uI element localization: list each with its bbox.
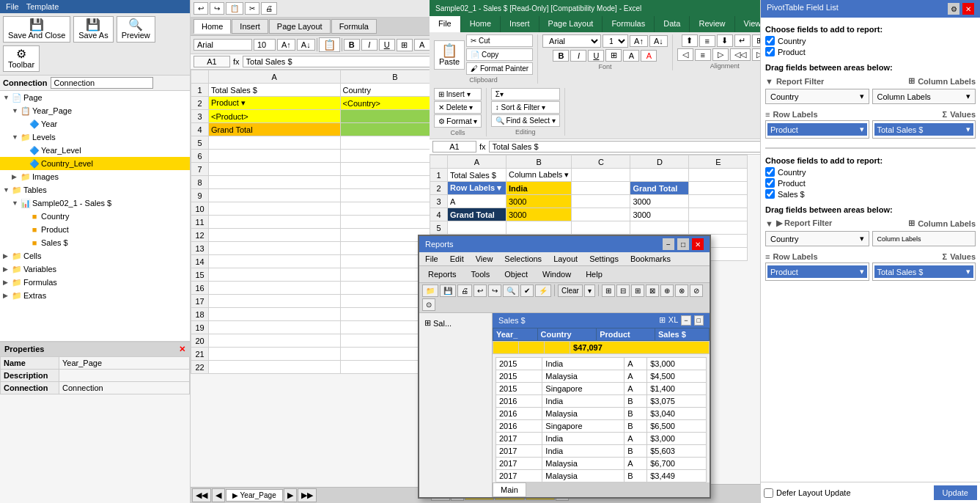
excel-b1[interactable]: Column Labels ▾ — [506, 169, 572, 182]
template-file-tab[interactable]: File — [6, 2, 19, 11]
dropdown-icon2[interactable]: ▾ — [966, 92, 970, 101]
excel-e3[interactable] — [689, 195, 748, 208]
ss-redo-button[interactable]: ↪ — [210, 2, 224, 15]
insert-button[interactable]: ⊞ Insert ▾ — [434, 88, 482, 100]
excel-a3[interactable]: A — [448, 195, 506, 208]
font-increase-button[interactable]: A↑ — [277, 39, 295, 51]
menu-edit[interactable]: Edit — [444, 252, 470, 265]
toolbar-tool7[interactable]: ⊘ — [690, 284, 703, 297]
excel-cell-ref-input[interactable] — [432, 141, 476, 153]
pivot-settings-button[interactable]: ⚙ — [948, 3, 959, 15]
font-decrease-button[interactable]: A↓ — [297, 39, 315, 51]
ss-undo-button[interactable]: ↩ — [194, 2, 208, 15]
excel-b4[interactable]: 3000 — [506, 208, 572, 221]
excel-c3[interactable] — [572, 195, 630, 208]
tree-item-cells[interactable]: ▶ 📁 Cells — [0, 249, 190, 262]
col-sales[interactable]: Sales $ — [655, 328, 709, 341]
tree-item-images[interactable]: ▶ 📁 Images — [0, 170, 190, 183]
tree-item-formulas[interactable]: ▶ 📁 Formulas — [0, 276, 190, 289]
save-and-close-button[interactable]: 💾 Save And Close — [3, 16, 70, 43]
cell-a3[interactable]: <Product> — [209, 110, 341, 123]
excel-d2[interactable]: Grand Total — [630, 182, 689, 195]
ss-tool-btn3[interactable]: 🖨 — [261, 2, 277, 15]
tree-item-year[interactable]: 🔷 Year — [0, 117, 190, 131]
excel-col-D[interactable]: D — [630, 155, 689, 169]
sort-button[interactable]: ↕ Sort & Filter ▾ — [491, 101, 560, 114]
pivot-product-item2[interactable]: Product ▾ — [767, 265, 867, 278]
toolbar-tool6[interactable]: ⊗ — [675, 284, 688, 297]
bold-button[interactable]: B — [344, 39, 360, 51]
menu-view[interactable]: View — [470, 252, 499, 265]
font-family-select[interactable]: Arial — [542, 34, 601, 48]
cell-a1[interactable]: Total Sales $ — [209, 84, 341, 97]
sales-restore-button[interactable]: □ — [694, 315, 704, 326]
col-year[interactable]: Year_ — [493, 328, 538, 341]
sheet-nav-right[interactable]: ▶ — [284, 488, 297, 502]
excel-b3[interactable]: 3000 — [506, 195, 572, 208]
tree-item-year-page[interactable]: ▼ 📋 Year_Page — [0, 104, 190, 117]
excel-tab-review[interactable]: Review — [690, 16, 734, 32]
excel-underline-button[interactable]: U — [588, 50, 604, 62]
tree-item-country[interactable]: ■ Country — [0, 210, 190, 223]
ss-tool-btn[interactable]: 📋 — [226, 2, 243, 15]
reports-dropdown-button[interactable]: ▾ — [584, 284, 595, 297]
border-button[interactable]: ⊞ — [397, 39, 413, 51]
align-bot-button[interactable]: ⬇ — [717, 34, 733, 47]
sum-button[interactable]: Σ▾ — [491, 88, 560, 100]
fill-color-button[interactable]: A — [414, 39, 430, 51]
submenu-tools[interactable]: Tools — [465, 268, 496, 281]
excel-bold-button[interactable]: B — [553, 50, 569, 62]
reports-check-button[interactable]: ✔ — [520, 284, 534, 297]
find-button[interactable]: 🔍 Find & Select ▾ — [491, 114, 560, 127]
product-dropdown-icon[interactable]: ▾ — [860, 125, 864, 134]
pivot-product2-checkbox[interactable] — [765, 178, 775, 188]
underline-button[interactable]: U — [379, 39, 395, 51]
tree-item-levels[interactable]: ▼ 📁 Levels — [0, 131, 190, 144]
sheet-nav-prev[interactable]: ◀◀ — [192, 488, 211, 502]
pivot-product-item[interactable]: Product ▾ — [767, 123, 867, 136]
pivot-product-checkbox[interactable] — [765, 47, 775, 56]
reports-minimize-button[interactable]: − — [663, 238, 674, 250]
reports-fwd-button[interactable]: ↪ — [488, 284, 501, 297]
format-painter-button[interactable]: 🖌 Format Painter — [466, 62, 533, 75]
excel-col-E[interactable]: E — [689, 155, 748, 169]
delete-button[interactable]: ✕ Delete ▾ — [434, 101, 482, 114]
excel-border-button[interactable]: ⊞ — [605, 49, 622, 62]
excel-d1[interactable] — [630, 169, 689, 182]
reports-maximize-button[interactable]: □ — [677, 238, 689, 250]
italic-button[interactable]: I — [361, 39, 377, 51]
excel-tab-data[interactable]: Data — [655, 16, 690, 32]
tab-page-layout[interactable]: Page Layout — [269, 19, 331, 34]
pivot-sales-checkbox[interactable] — [765, 189, 775, 199]
toolbar-button[interactable]: ⚙ Toolbar — [3, 45, 40, 72]
excel-tab-formulas[interactable]: Formulas — [603, 16, 655, 32]
sheet-nav-left[interactable]: ◀ — [212, 488, 225, 502]
excel-tab-insert[interactable]: Insert — [501, 16, 539, 32]
product-dd2[interactable]: ▾ — [860, 267, 864, 276]
excel-a1[interactable]: Total Sales $ — [448, 169, 506, 182]
col-country[interactable]: Country — [537, 328, 597, 341]
reports-open-button[interactable]: 📁 — [422, 284, 438, 297]
excel-col-A[interactable]: A — [448, 155, 506, 169]
preview-button[interactable]: 🔍 Preview — [117, 16, 155, 43]
properties-close-button[interactable]: ✕ — [179, 345, 185, 354]
tree-item-extras[interactable]: ▶ 📁 Extras — [0, 289, 190, 302]
excel-d4[interactable]: 3000 — [630, 208, 689, 221]
excel-col-B[interactable]: B — [506, 155, 572, 169]
cut-button[interactable]: ✂ Cut — [466, 34, 533, 47]
menu-file[interactable]: File — [419, 252, 444, 265]
pivot-country2-checkbox[interactable] — [765, 167, 775, 177]
excel-b2[interactable]: India — [506, 182, 572, 195]
tree-item-variables[interactable]: ▶ 📁 Variables — [0, 262, 190, 276]
excel-c4[interactable] — [572, 208, 630, 221]
dropdown-icon[interactable]: ▾ — [860, 92, 864, 101]
reports-search-button[interactable]: 🔍 — [503, 284, 519, 297]
toolbar-tool4[interactable]: ⊠ — [646, 284, 659, 297]
toolbar-tool2[interactable]: ⊟ — [616, 284, 630, 297]
excel-fill-button[interactable]: A — [623, 50, 639, 62]
excel-d3[interactable]: 3000 — [630, 195, 689, 208]
col-product[interactable]: Product — [597, 328, 655, 341]
tree-item-sales[interactable]: ■ Sales $ — [0, 236, 190, 249]
cell-a4[interactable]: Grand Total — [209, 123, 341, 136]
toolbar-tool1[interactable]: ⊞ — [602, 284, 615, 297]
